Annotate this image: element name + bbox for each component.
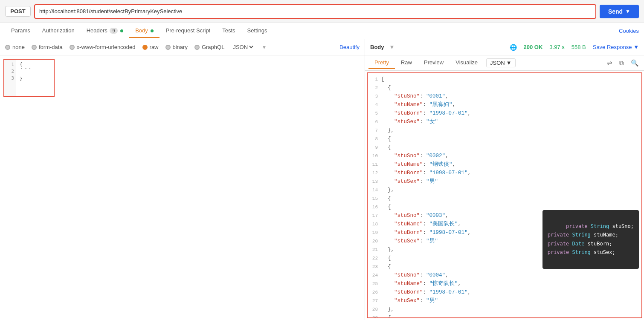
option-none[interactable]: none (5, 44, 25, 50)
format-chevron-icon: ▼ (506, 60, 512, 66)
beautify-button[interactable]: Beautify (339, 44, 360, 50)
form-data-radio[interactable] (32, 45, 37, 50)
line-number: 1 (368, 75, 381, 84)
json-line: 8 { (368, 135, 641, 143)
line-content: }, (381, 126, 641, 135)
line-number: 27 (368, 297, 381, 305)
line-number: 21 (368, 245, 381, 254)
json-line: 13 "stuSex": "男" (368, 177, 641, 186)
main-content: none form-data x-www-form-urlencoded raw… (0, 39, 644, 320)
tab-pre-request[interactable]: Pre-request Script (160, 24, 216, 38)
top-bar: POST Send ▼ (0, 0, 644, 23)
tab-headers[interactable]: Headers 9 (81, 24, 130, 38)
tooltip-line1-keyword: private (566, 223, 588, 229)
json-line: 14 }, (368, 186, 641, 194)
response-header: Body ▼ 🌐 200 OK 3.97 s 558 B Save Respon… (365, 39, 644, 55)
format-select-response[interactable]: JSON ▼ (486, 58, 516, 67)
tab-raw[interactable]: Raw (395, 57, 418, 69)
copy-icon[interactable]: ⧉ (618, 58, 626, 68)
tab-pretty[interactable]: Pretty (368, 57, 395, 69)
headers-dot (120, 29, 123, 32)
wrap-icon[interactable]: ⇌ (605, 58, 614, 68)
json-line: 2 { (368, 84, 641, 92)
line-content: }, (381, 186, 641, 194)
line-number: 19 (368, 228, 381, 237)
option-graphql[interactable]: GraphQL (194, 44, 224, 50)
line-number: 17 (368, 211, 381, 220)
line-content: "stuName": "钢铁侠", (381, 160, 641, 169)
graphql-radio[interactable] (194, 45, 200, 50)
json-response-body[interactable]: 1[2 {3 "stuSno": "0001",4 "stuName": "黑寡… (367, 72, 642, 318)
none-radio[interactable] (5, 45, 10, 50)
format-select[interactable]: JSON (231, 43, 255, 51)
send-dropdown-icon: ▼ (625, 9, 630, 14)
line-content: "stuBorn": "1998-07-01", (381, 288, 641, 297)
x-www-radio[interactable] (70, 45, 75, 50)
tab-params[interactable]: Params (5, 24, 36, 38)
tooltip-box: private String stuSno; private String st… (542, 210, 639, 269)
request-body-editor[interactable]: 1 2 3 { ··· } (3, 59, 55, 97)
code-content: { ··· } (18, 60, 34, 83)
json-line: 9 { (368, 143, 641, 152)
url-input[interactable] (34, 4, 596, 19)
raw-radio[interactable] (142, 45, 148, 50)
tab-settings[interactable]: Settings (241, 24, 273, 38)
line-number: 25 (368, 280, 381, 288)
line-content: "stuSex": "男" (381, 297, 641, 305)
save-response-chevron: ▼ (633, 44, 639, 50)
option-binary[interactable]: binary (165, 44, 188, 50)
save-response-button[interactable]: Save Response ▼ (593, 44, 639, 50)
tab-preview[interactable]: Preview (418, 57, 450, 69)
line-content: { (381, 314, 641, 318)
line-content: { (381, 135, 641, 143)
line-content: "stuBorn": "1998-07-01", (381, 169, 641, 177)
line-number: 4 (368, 101, 381, 109)
search-icon[interactable]: 🔍 (629, 58, 641, 68)
tab-authorization[interactable]: Authorization (36, 24, 81, 38)
body-options-bar: none form-data x-www-form-urlencoded raw… (0, 39, 365, 55)
line-content: }, (381, 305, 641, 314)
json-line: 26 "stuBorn": "1998-07-01", (368, 288, 641, 297)
json-line: 15 { (368, 194, 641, 203)
line-content: "stuName": "惊奇队长", (381, 280, 641, 288)
format-chevron-icon[interactable]: ▼ (261, 44, 267, 50)
left-panel: none form-data x-www-form-urlencoded raw… (0, 39, 365, 320)
request-tabs: Params Authorization Headers 9 Body Pre-… (0, 23, 644, 39)
line-number: 14 (368, 186, 381, 194)
tooltip-line3-keyword: private (548, 241, 569, 247)
line-number: 24 (368, 271, 381, 280)
cookies-button[interactable]: Cookies (619, 28, 639, 34)
line-content: "stuName": "黑寡妇", (381, 101, 641, 109)
tab-body[interactable]: Body (129, 24, 160, 38)
option-raw[interactable]: raw (142, 44, 159, 50)
send-button[interactable]: Send ▼ (600, 5, 639, 18)
method-selector[interactable]: POST (5, 6, 31, 17)
json-line: 28 }, (368, 305, 641, 314)
line-content: { (381, 143, 641, 152)
response-icons: ⇌ ⧉ 🔍 (605, 58, 641, 68)
json-line: 12 "stuBorn": "1998-07-01", (368, 169, 641, 177)
json-line: 7 }, (368, 126, 641, 135)
response-meta: 🌐 200 OK 3.97 s 558 B Save Response ▼ (510, 44, 639, 51)
json-line: 4 "stuName": "黑寡妇", (368, 101, 641, 109)
json-line: 10 "stuSno": "0002", (368, 152, 641, 160)
line-number: 22 (368, 254, 381, 262)
line-number: 7 (368, 126, 381, 135)
tab-visualize[interactable]: Visualize (450, 57, 484, 69)
line-number: 28 (368, 305, 381, 314)
line-content: { (381, 194, 641, 203)
tooltip-line4-keyword: private (548, 249, 569, 255)
tab-tests[interactable]: Tests (216, 24, 241, 38)
option-form-data[interactable]: form-data (32, 44, 63, 50)
line-content: "stuBorn": "1998-07-01", (381, 109, 641, 118)
line-content: { (381, 84, 641, 92)
option-x-www[interactable]: x-www-form-urlencoded (70, 44, 136, 50)
line-number: 29 (368, 314, 381, 318)
body-dropdown-icon[interactable]: ▼ (389, 44, 395, 50)
json-line: 1[ (368, 75, 641, 84)
json-line: 3 "stuSno": "0001", (368, 92, 641, 101)
binary-radio[interactable] (165, 45, 171, 50)
line-number: 20 (368, 237, 381, 245)
line-number: 10 (368, 152, 381, 160)
line-number: 23 (368, 262, 381, 271)
